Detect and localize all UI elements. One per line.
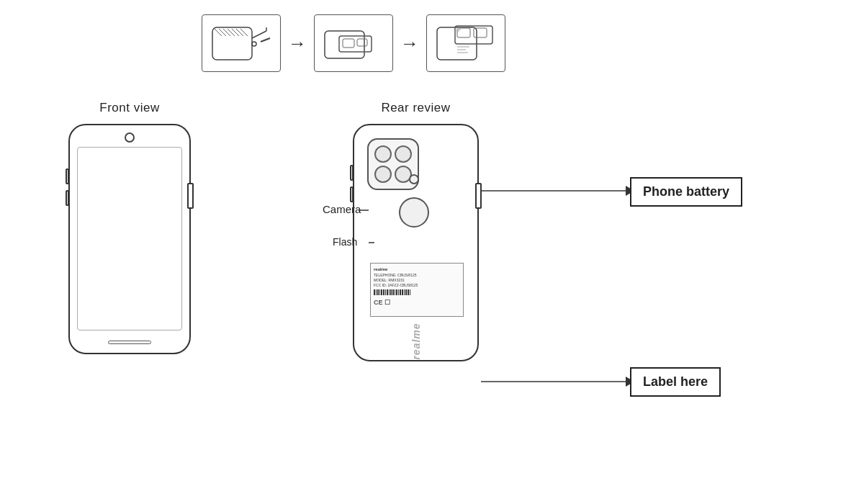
rear-volume-buttons [350,165,354,202]
bc-1 [374,289,375,295]
svg-rect-15 [357,39,367,46]
barcode [374,289,460,295]
front-camera-notch [125,132,135,143]
bc-17 [404,289,405,295]
svg-line-9 [240,29,248,36]
bc-4 [379,289,380,295]
bc-11 [392,289,394,295]
front-volume-buttons [66,168,69,206]
arrow-1: → [288,32,307,55]
sim-tray-step2 [314,14,393,72]
svg-line-8 [236,29,243,36]
bc-6 [383,289,384,295]
fingerprint-sensor [399,197,429,228]
svg-line-6 [228,29,235,36]
page-container: → → [0,0,864,504]
sim-tray-step3 [426,14,505,72]
sim-tray-diagrams: → → [202,14,505,72]
camera-lens-3 [374,166,392,183]
svg-rect-20 [474,28,487,37]
svg-line-5 [223,29,230,36]
svg-rect-14 [343,39,354,48]
svg-rect-13 [339,36,372,52]
label-sticker: realme TELEPHONE: CBUS/8125 MODEL: RMX32… [370,263,464,317]
camera-flash [409,174,419,184]
bc-8 [387,289,388,295]
bc-16 [402,289,403,295]
rear-view-label: Rear review [381,101,450,115]
bc-14 [398,289,399,295]
bc-5 [381,289,382,295]
svg-marker-19 [457,28,462,32]
arrow-2: → [400,32,419,55]
bc-10 [390,289,392,295]
flash-callout-label: Flash [333,236,357,248]
svg-line-10 [261,38,270,42]
bc-19 [408,289,409,295]
phone-rear: realme TELEPHONE: CBUS/8125 MODEL: RMX32… [353,124,479,361]
bc-2 [376,289,377,295]
battery-box: Phone battery [630,177,742,207]
front-view-section: Front view [68,101,191,354]
front-screen [77,147,182,330]
svg-line-4 [219,29,226,36]
bc-18 [405,289,407,295]
sticker-model-line: TELEPHONE: CBUS/8125 [374,273,460,278]
rear-vol-up [350,165,354,181]
svg-rect-12 [325,31,364,58]
svg-line-7 [232,29,239,36]
bc-3 [377,289,379,295]
bc-20 [410,289,410,295]
sticker-model: MODEL: RMX3231 [374,278,460,283]
camera-lens-1 [374,145,392,163]
realme-logo-back: realme [410,323,422,359]
rear-view-section: Rear review realme TELEPHONE: CBUS/8125 [353,101,479,361]
front-view-label: Front view [99,101,159,115]
sticker-fcc: FCC ID: 2AFZZ-CBUS8125 [374,283,460,288]
bc-9 [389,289,390,295]
front-vol-up [66,168,69,184]
label-here-box: Label here [630,367,721,397]
bc-13 [396,289,397,295]
phone-front [68,124,191,354]
bc-15 [400,289,401,295]
rear-vol-down [350,186,354,202]
ce-mark: CE ☐ [374,298,460,307]
svg-line-1 [252,31,266,38]
front-bottom-bar [108,341,151,344]
camera-lens-2 [395,145,412,163]
svg-line-3 [215,29,222,36]
bc-7 [385,289,386,295]
front-vol-down [66,190,69,206]
camera-callout-label: Camera [323,203,361,215]
bc-12 [395,289,395,295]
svg-point-11 [252,42,256,46]
sticker-brand: realme [374,266,460,272]
sim-tray-step1 [202,14,281,72]
